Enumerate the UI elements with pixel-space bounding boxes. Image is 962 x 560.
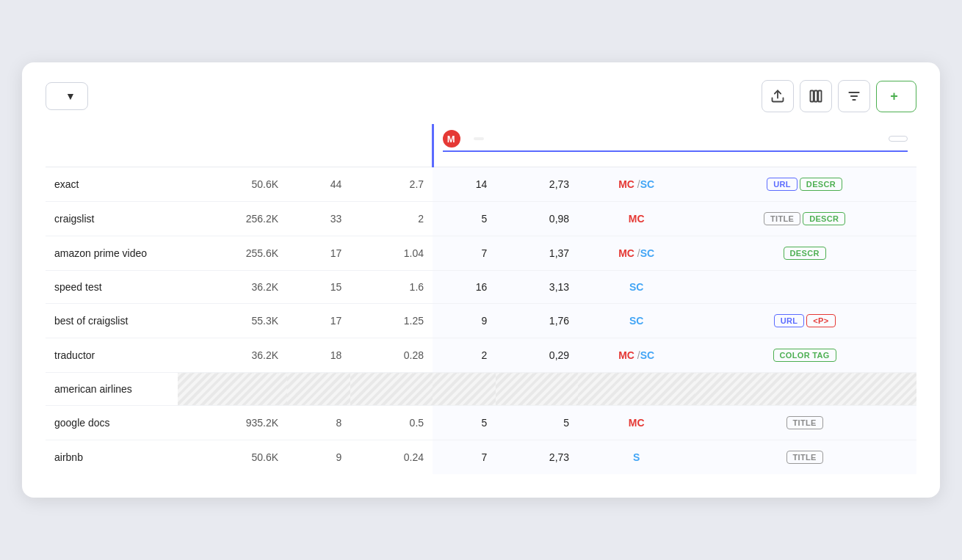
cell-avg-count: 18 xyxy=(287,338,350,373)
cell-density: 1,37 xyxy=(496,236,578,271)
chevron-down-icon: ▼ xyxy=(65,90,76,102)
upload-icon xyxy=(770,89,785,103)
cell-search-vol: 50.6K xyxy=(178,440,287,475)
col-usage xyxy=(793,155,908,167)
cell-usage xyxy=(695,373,916,406)
cell-density: 2,73 xyxy=(496,167,578,202)
table-row: speed test36.2K151.6163,13SC xyxy=(46,271,916,304)
cell-avg-density: 1.6 xyxy=(350,271,433,304)
col-area xyxy=(678,155,792,167)
filter-button[interactable] xyxy=(838,80,870,112)
add-competitors-button[interactable]: + xyxy=(876,81,916,112)
usage-tag: TITLE xyxy=(786,451,823,464)
cell-avg-count: 17 xyxy=(287,236,350,271)
usage-tag: DESCR xyxy=(800,178,842,191)
plus-icon: + xyxy=(890,89,898,104)
cell-term: speed test xyxy=(46,271,178,304)
cell-avg-count: 15 xyxy=(287,271,350,304)
cell-density: 0,98 xyxy=(496,202,578,236)
cell-avg-density: 1.04 xyxy=(350,236,433,271)
cell-usage: TITLEDESCR xyxy=(695,202,916,236)
cell-density: 5 xyxy=(496,406,578,440)
cell-search-vol: 255.6K xyxy=(178,236,287,271)
usage-tag: COLOR TAG xyxy=(773,349,836,362)
cell-term: exact xyxy=(46,167,178,202)
table-row: traductor36.2K180.2820,29MC /SCCOLOR TAG xyxy=(46,338,916,373)
usage-tag: <P> xyxy=(806,314,835,327)
cell-area: SC xyxy=(578,304,695,338)
usage-tag: URL xyxy=(767,178,798,191)
competitor-badge xyxy=(474,137,484,140)
cell-usage: URL<P> xyxy=(695,304,916,338)
cell-density xyxy=(496,373,578,406)
table-row: american airlines xyxy=(46,373,916,406)
cell-count: 14 xyxy=(433,167,496,202)
cell-area: S xyxy=(578,440,695,475)
cell-count: 7 xyxy=(433,236,496,271)
usage-tag: DESCR xyxy=(803,212,845,225)
export-button[interactable] xyxy=(762,80,794,112)
cell-term: google docs xyxy=(46,406,178,440)
cell-avg-density: 2 xyxy=(350,202,433,236)
cell-search-vol: 256.2K xyxy=(178,202,287,236)
cell-avg-density: 1.25 xyxy=(350,304,433,338)
cell-search-vol xyxy=(178,373,287,406)
cell-density: 1,76 xyxy=(496,304,578,338)
cell-area: MC xyxy=(578,202,695,236)
columns-button[interactable] xyxy=(800,80,832,112)
cell-avg-density: 0.24 xyxy=(350,440,433,475)
cell-avg-density xyxy=(350,373,433,406)
cell-avg-count: 9 xyxy=(287,440,350,475)
usage-tag: TITLE xyxy=(786,416,823,429)
svg-rect-1 xyxy=(811,91,814,102)
cell-avg-count: 33 xyxy=(287,202,350,236)
competitor-column-header: M xyxy=(433,124,916,167)
table-row: airbnb50.6K90.2472,73STITLE xyxy=(46,440,916,475)
cell-count: 9 xyxy=(433,304,496,338)
col-density xyxy=(560,155,678,167)
competitor-words xyxy=(889,136,908,142)
col-avg-density xyxy=(350,124,433,167)
cell-avg-count: 8 xyxy=(287,406,350,440)
mode-dropdown[interactable]: ▼ xyxy=(46,82,88,110)
cell-avg-density: 0.28 xyxy=(350,338,433,373)
cell-count: 16 xyxy=(433,271,496,304)
cell-area: SC xyxy=(578,271,695,304)
cell-avg-count: 44 xyxy=(287,167,350,202)
usage-tag: TITLE xyxy=(764,212,800,225)
table-row: amazon prime video255.6K171.0471,37MC /S… xyxy=(46,236,916,271)
col-avg-count xyxy=(287,124,350,167)
main-card: ▼ xyxy=(22,62,940,498)
cell-density: 3,13 xyxy=(496,271,578,304)
cell-area: MC /SC xyxy=(578,338,695,373)
cell-usage xyxy=(695,271,916,304)
cell-term: traductor xyxy=(46,338,178,373)
cell-count: 5 xyxy=(433,202,496,236)
cell-area: MC /SC xyxy=(578,236,695,271)
cell-term: amazon prime video xyxy=(46,236,178,271)
columns-icon xyxy=(809,89,823,103)
table-row: google docs935.2K80.555MCTITLE xyxy=(46,406,916,440)
cell-usage: TITLE xyxy=(695,406,916,440)
col-term xyxy=(46,124,178,167)
filter-icon xyxy=(847,89,861,103)
cell-search-vol: 55.3K xyxy=(178,304,287,338)
col-search-vol xyxy=(178,124,287,167)
usage-tag: URL xyxy=(774,314,805,327)
cell-density: 0,29 xyxy=(496,338,578,373)
cell-avg-density: 2.7 xyxy=(350,167,433,202)
cell-search-vol: 36.2K xyxy=(178,338,287,373)
cell-avg-density: 0.5 xyxy=(350,406,433,440)
table-row: best of craigslist55.3K171.2591,76SCURL<… xyxy=(46,304,916,338)
cell-count xyxy=(433,373,496,406)
table-row: craigslist256.2K33250,98MCTITLEDESCR xyxy=(46,202,916,236)
svg-rect-3 xyxy=(819,91,822,102)
usage-tag: DESCR xyxy=(784,247,826,260)
table-container: M xyxy=(46,124,916,474)
main-table: M xyxy=(46,124,916,474)
table-row: exact50.6K442.7142,73MC /SCURLDESCR xyxy=(46,167,916,202)
cell-usage: DESCR xyxy=(695,236,916,271)
toolbar-right: + xyxy=(762,80,916,112)
cell-avg-count xyxy=(287,373,350,406)
cell-avg-count: 17 xyxy=(287,304,350,338)
